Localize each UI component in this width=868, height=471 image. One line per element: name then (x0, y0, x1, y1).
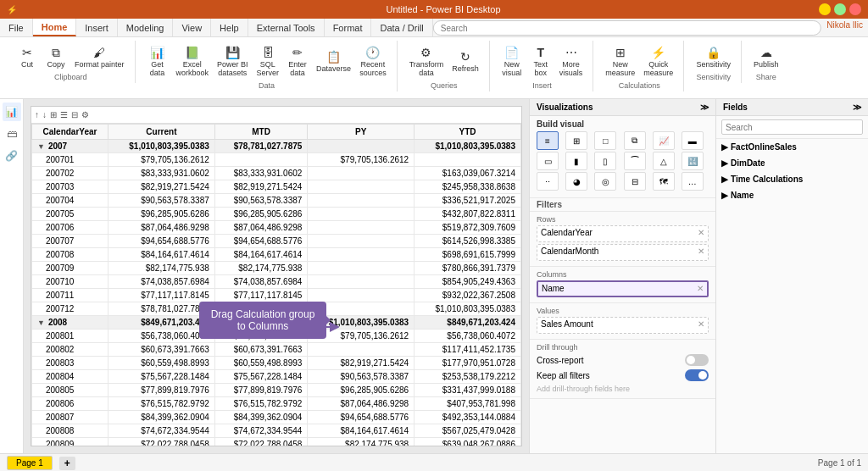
remove-sales-amount-btn[interactable]: ✕ (698, 319, 704, 329)
viz-multirow-btn[interactable]: ⧉ (624, 131, 646, 150)
field-group-header-name[interactable]: ▶ Name (721, 189, 863, 202)
fields-collapse-icon[interactable]: ≫ (853, 103, 861, 112)
viz-area-btn[interactable]: △ (653, 152, 675, 170)
viz-clustered-col-btn[interactable]: ▮ (565, 152, 587, 170)
user-name: Nikola Ilic (821, 19, 868, 36)
report-page: ↑ ↓ ⊞ ☰ ⊟ ⚙ CalendarYear Current MTD PY (31, 106, 522, 446)
refresh-btn[interactable]: ↻Refresh (448, 47, 482, 75)
cross-report-toggle[interactable] (685, 354, 709, 366)
viz-stacked-bar-btn[interactable]: ▭ (537, 152, 559, 170)
filter-down-icon[interactable]: ↓ (42, 110, 47, 119)
viz-card-btn[interactable]: □ (594, 131, 616, 150)
viz-pie-btn[interactable]: ◕ (565, 172, 587, 191)
report-view-icon[interactable]: 📊 (3, 103, 21, 121)
field-group-header-time[interactable]: ▶ Time Calculations (721, 173, 863, 186)
cell-mtd: $78,781,027.7875 (214, 140, 308, 153)
viz-scatter-btn[interactable]: ⋅⋅ (537, 172, 559, 191)
queries-buttons: ⚙Transformdata ↻Refresh (406, 42, 482, 80)
values-value-1: Sales Amount ✕ (541, 319, 704, 329)
publish-btn[interactable]: ☁Publish (750, 42, 782, 71)
tooltip-arrow (305, 310, 339, 344)
minimize-btn[interactable] (819, 3, 831, 15)
close-btn[interactable] (849, 3, 861, 15)
viz-map-btn[interactable]: 🗺 (653, 172, 675, 191)
tab-insert[interactable]: Insert (76, 19, 118, 36)
cell-mtd: $82,919,271.5424 (214, 180, 308, 194)
tab-view[interactable]: View (173, 19, 211, 36)
maximize-btn[interactable] (834, 3, 846, 15)
tab-home[interactable]: Home (33, 19, 77, 36)
tab-data-drill[interactable]: Data / Drill (371, 19, 432, 36)
cell-year: ▼2007 (32, 140, 108, 153)
powerbi-datasets-btn[interactable]: 💾Power BIdatasets (214, 42, 252, 80)
tab-modeling[interactable]: Modeling (118, 19, 174, 36)
remove-name-btn[interactable]: ✕ (697, 284, 704, 293)
viz-line-col-btn[interactable]: 🔣 (682, 152, 704, 170)
sql-btn[interactable]: 🗄SQLServer (253, 42, 283, 80)
filter-collapse-icon[interactable]: ⊟ (71, 110, 78, 119)
chevron-right-icon: ▶ (721, 158, 728, 168)
fields-search-input[interactable] (721, 119, 863, 135)
quick-measure-btn[interactable]: ⚡Quickmeasure (640, 42, 676, 80)
rows-drop-zone-2[interactable]: CalendarMonth ✕ (537, 244, 709, 261)
visualizations-collapse-icon[interactable]: ≫ (700, 103, 709, 112)
search-input[interactable] (433, 20, 821, 36)
viz-bar-btn[interactable]: ▬ (682, 131, 704, 150)
new-visual-btn[interactable]: 📄Newvisual (498, 42, 526, 80)
viz-table-btn[interactable]: ≡ (537, 131, 559, 150)
data-view-icon[interactable]: 🗃 (3, 125, 21, 143)
dataverse-btn[interactable]: 📋Dataverse (313, 47, 354, 75)
rows-drop-zone[interactable]: CalendarYear ✕ (537, 225, 709, 242)
cell-current: $74,672,334.9544 (108, 424, 215, 438)
filter-expand-icon[interactable]: ⊞ (50, 110, 57, 119)
viz-treemap-btn[interactable]: ⊟ (624, 172, 646, 191)
tab-file[interactable]: File (0, 19, 33, 36)
field-group-header-date[interactable]: ▶ DimDate (721, 157, 863, 169)
filter-up-icon[interactable]: ↑ (35, 110, 39, 119)
excel-btn[interactable]: 📗Excelworkbook (173, 42, 213, 80)
remove-calendar-year-btn[interactable]: ✕ (698, 228, 704, 237)
viz-donut-btn[interactable]: ◎ (594, 172, 616, 191)
expand-icon[interactable]: ▼ (37, 319, 45, 327)
cell-ytd: $849,671,203.424 (415, 316, 521, 330)
field-group-header-sales[interactable]: ▶ FactOnlineSales (721, 141, 863, 153)
tab-help[interactable]: Help (211, 19, 248, 36)
columns-drop-zone[interactable]: Name ✕ (537, 280, 709, 297)
cell-py: $84,164,617.4614 (308, 424, 415, 438)
get-data-btn[interactable]: 📊Getdata (144, 42, 171, 80)
cut-btn[interactable]: ✂Cut (14, 42, 41, 71)
more-visuals-btn[interactable]: ⋯Morevisuals (556, 42, 587, 80)
format-painter-btn[interactable]: 🖌Format painter (71, 42, 128, 71)
viz-more-btn[interactable]: … (682, 172, 704, 191)
cell-py: $96,285,905.6286 (308, 384, 415, 397)
viz-kpi-btn[interactable]: 📈 (653, 131, 675, 150)
text-box-btn[interactable]: TTextbox (527, 42, 554, 80)
copy-btn[interactable]: ⧉Copy (42, 42, 70, 71)
viz-line-btn[interactable]: ⁀ (624, 152, 646, 170)
cell-current: $82,919,271.5424 (108, 180, 215, 194)
keep-all-filters-toggle[interactable] (685, 369, 709, 381)
cell-py: $79,705,136.2612 (308, 153, 415, 167)
model-view-icon[interactable]: 🔗 (3, 147, 21, 165)
values-drop-zone[interactable]: Sales Amount ✕ (537, 317, 709, 334)
sensitivity-btn[interactable]: 🔒Sensitivity (693, 42, 734, 71)
new-measure-btn[interactable]: ⊞Newmeasure (602, 42, 638, 80)
viz-matrix-btn[interactable]: ⊞ (565, 131, 587, 150)
remove-calendar-month-btn[interactable]: ✕ (698, 247, 704, 256)
page-1-tab[interactable]: Page 1 (7, 456, 53, 470)
enter-data-btn[interactable]: ✏Enterdata (284, 42, 311, 80)
add-page-btn[interactable]: + (59, 457, 75, 470)
transform-btn[interactable]: ⚙Transformdata (406, 42, 448, 80)
expand-icon[interactable]: ▼ (37, 142, 45, 151)
window-controls[interactable] (819, 3, 861, 15)
cell-py: $82,919,271.5424 (308, 357, 415, 370)
tab-external-tools[interactable]: External Tools (248, 19, 325, 36)
filter-settings-icon[interactable]: ⚙ (81, 110, 89, 119)
cell-current: $72,022,788.0458 (108, 438, 215, 446)
viz-stacked-col-btn[interactable]: ▯ (594, 152, 616, 170)
filter-list-icon[interactable]: ☰ (60, 110, 68, 119)
cell-py: $90,563,578.3387 (308, 370, 415, 384)
cell-current: $84,164,617.4614 (108, 248, 215, 262)
recent-sources-btn[interactable]: 🕐Recentsources (356, 42, 390, 80)
tab-format[interactable]: Format (325, 19, 372, 36)
